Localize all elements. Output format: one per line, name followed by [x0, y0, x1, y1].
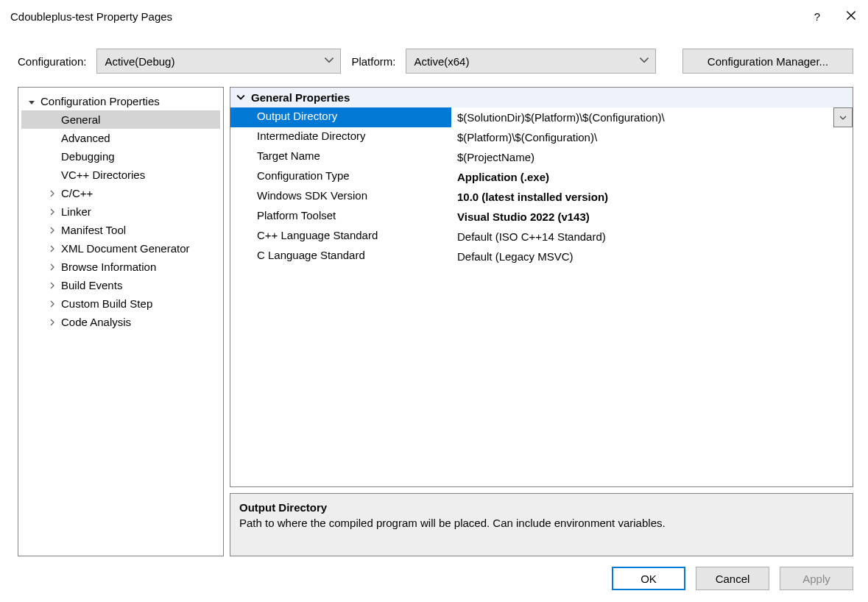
grid-row[interactable]: C++ Language StandardDefault (ISO C++14 … — [230, 227, 853, 247]
property-grid: General Properties Output Directory$(Sol… — [230, 87, 853, 487]
grid-row[interactable]: Windows SDK Version10.0 (latest installe… — [230, 187, 853, 207]
tree-item-label: Advanced — [61, 132, 110, 144]
property-name: Windows SDK Version — [230, 187, 451, 207]
titlebar: Cdoubleplus-test Property Pages ? — [0, 0, 868, 32]
tree-item-label: C/C++ — [61, 187, 93, 199]
property-name: C++ Language Standard — [230, 227, 451, 247]
description-panel: Output Directory Path to where the compi… — [230, 493, 853, 556]
tree-item[interactable]: Build Events — [21, 276, 220, 294]
property-name: C Language Standard — [230, 247, 451, 266]
tree-item-label: VC++ Directories — [61, 169, 145, 181]
property-value[interactable]: Application (.exe) — [451, 167, 853, 187]
tree-item[interactable]: Code Analysis — [21, 313, 220, 331]
chevron-down-icon — [324, 55, 334, 68]
property-name: Output Directory — [230, 107, 451, 127]
description-text: Path to where the compiled program will … — [239, 517, 844, 529]
tree-item-label: Debugging — [61, 150, 115, 163]
grid-row[interactable]: Output Directory$(SolutionDir)$(Platform… — [230, 107, 853, 127]
right-column: General Properties Output Directory$(Sol… — [230, 87, 853, 556]
property-value[interactable]: 10.0 (latest installed version) — [451, 187, 853, 207]
tree-item[interactable]: Manifest Tool — [21, 221, 220, 239]
expander-closed-icon — [48, 227, 57, 234]
dialog-buttons: OK Cancel Apply — [0, 556, 868, 602]
help-icon: ? — [814, 10, 820, 23]
property-name: Target Name — [230, 147, 451, 167]
property-value[interactable]: Default (Legacy MSVC) — [451, 247, 853, 266]
platform-value: Active(x64) — [414, 55, 469, 68]
tree-item-label: Manifest Tool — [61, 224, 126, 236]
property-pages-dialog: Cdoubleplus-test Property Pages ? Config… — [0, 0, 868, 602]
property-value[interactable]: Visual Studio 2022 (v143) — [451, 207, 853, 227]
tree-item-label: Linker — [61, 205, 91, 218]
tree-item-label: Custom Build Step — [61, 297, 152, 310]
configuration-value: Active(Debug) — [105, 55, 174, 68]
tree-item[interactable]: General — [21, 110, 220, 129]
dialog-body: Configuration Properties GeneralAdvanced… — [0, 87, 868, 556]
grid-row[interactable]: Configuration TypeApplication (.exe) — [230, 167, 853, 187]
grid-row[interactable]: Intermediate Directory$(Platform)\$(Conf… — [230, 127, 853, 147]
tree-item[interactable]: Advanced — [21, 129, 220, 147]
grid-section-header[interactable]: General Properties — [230, 88, 853, 107]
property-name: Intermediate Directory — [230, 127, 451, 147]
property-name: Platform Toolset — [230, 207, 451, 227]
property-value[interactable]: $(ProjectName) — [451, 147, 853, 167]
platform-label: Platform: — [351, 55, 395, 68]
ok-button[interactable]: OK — [612, 567, 685, 590]
tree-item-label: XML Document Generator — [61, 242, 190, 255]
chevron-down-icon — [236, 91, 245, 104]
chevron-down-icon — [839, 111, 847, 124]
close-icon — [846, 10, 856, 23]
help-button[interactable]: ? — [800, 0, 834, 32]
platform-combo[interactable]: Active(x64) — [406, 49, 656, 74]
tree-item-label: Build Events — [61, 279, 122, 291]
configuration-label: Configuration: — [18, 55, 86, 68]
tree-root[interactable]: Configuration Properties — [21, 92, 220, 110]
grid-row[interactable]: Platform ToolsetVisual Studio 2022 (v143… — [230, 207, 853, 227]
expander-closed-icon — [48, 319, 57, 326]
expander-closed-icon — [48, 208, 57, 216]
expander-closed-icon — [48, 282, 57, 289]
config-platform-row: Configuration: Active(Debug) Platform: A… — [0, 32, 868, 87]
grid-row[interactable]: Target Name$(ProjectName) — [230, 147, 853, 167]
configuration-manager-button[interactable]: Configuration Manager... — [682, 49, 853, 74]
tree-item[interactable]: VC++ Directories — [21, 166, 220, 184]
property-value[interactable]: Default (ISO C++14 Standard) — [451, 227, 853, 247]
tree-item[interactable]: C/C++ — [21, 184, 220, 202]
property-value[interactable]: $(SolutionDir)$(Platform)\$(Configuratio… — [451, 107, 833, 127]
expander-closed-icon — [48, 300, 57, 308]
tree-item[interactable]: XML Document Generator — [21, 239, 220, 258]
tree-item[interactable]: Linker — [21, 202, 220, 221]
tree-item-label: Browse Information — [61, 261, 156, 273]
tree-item-label: General — [61, 113, 100, 126]
apply-button[interactable]: Apply — [780, 567, 853, 590]
expander-closed-icon — [48, 245, 57, 252]
grid-row[interactable]: C Language StandardDefault (Legacy MSVC) — [230, 247, 853, 266]
tree-item[interactable]: Browse Information — [21, 258, 220, 276]
property-name: Configuration Type — [230, 167, 451, 187]
tree-item[interactable]: Debugging — [21, 147, 220, 166]
chevron-down-icon — [639, 55, 649, 68]
expander-closed-icon — [48, 263, 57, 271]
value-dropdown-button[interactable] — [833, 107, 853, 127]
tree-item-label: Code Analysis — [61, 316, 131, 328]
property-tree[interactable]: Configuration Properties GeneralAdvanced… — [18, 87, 224, 556]
property-value[interactable]: $(Platform)\$(Configuration)\ — [451, 127, 853, 147]
window-title: Cdoubleplus-test Property Pages — [10, 10, 800, 23]
cancel-button[interactable]: Cancel — [696, 567, 769, 590]
expander-open-icon — [27, 98, 36, 105]
tree-item[interactable]: Custom Build Step — [21, 294, 220, 313]
description-title: Output Directory — [239, 501, 844, 514]
close-button[interactable] — [834, 0, 868, 32]
configuration-combo[interactable]: Active(Debug) — [96, 49, 341, 74]
expander-closed-icon — [48, 190, 57, 197]
